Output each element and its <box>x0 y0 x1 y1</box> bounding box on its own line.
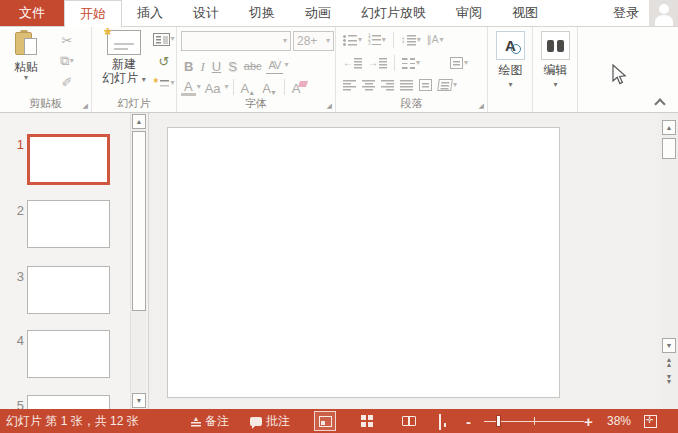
canvas-scrollbar[interactable]: ▲ ▼ ▲▲ ▼▼ <box>660 113 678 409</box>
line-spacing-icon <box>407 35 416 46</box>
tab-slideshow[interactable]: 幻灯片放映 <box>346 0 441 26</box>
columns-button[interactable]: ▾ <box>400 57 422 70</box>
ribbon-tab-bar: 文件 开始 插入 设计 切换 动画 幻灯片放映 审阅 视图 登录 <box>0 0 678 27</box>
line-spacing-button[interactable]: ↕▾ <box>399 34 423 47</box>
tab-view[interactable]: 视图 <box>497 0 553 26</box>
increase-indent-button[interactable]: → <box>366 57 389 70</box>
text-direction-button[interactable]: ∥A▾ <box>425 34 446 46</box>
italic-button[interactable]: I <box>197 56 207 74</box>
comments-button[interactable]: 批注 <box>250 409 290 433</box>
align-right-button[interactable] <box>379 79 396 92</box>
character-spacing-caret[interactable]: ▾ <box>284 61 288 69</box>
cut-button[interactable]: ✂ <box>50 31 84 49</box>
clipboard-dialog-launcher[interactable]: ◢ <box>83 102 88 109</box>
paste-clipboard-icon <box>15 30 37 57</box>
increase-font-size-button[interactable]: A▲ <box>238 78 259 96</box>
zoom-in-button[interactable]: + <box>584 409 593 433</box>
tab-home[interactable]: 开始 <box>64 0 122 27</box>
font-name-combobox[interactable]: ▾ <box>181 31 291 51</box>
distribute-text-button[interactable] <box>417 78 434 92</box>
section-button[interactable]: ▾ <box>153 74 174 92</box>
character-spacing-button[interactable]: AV <box>266 56 284 74</box>
font-size-combobox[interactable]: 28+▾ <box>293 31 334 51</box>
status-slide-indicator: 幻灯片 第 1 张，共 12 张 <box>6 409 139 433</box>
tab-insert[interactable]: 插入 <box>122 0 178 26</box>
slide-thumbnail-5[interactable] <box>27 395 110 409</box>
strikethrough-button[interactable]: abc <box>241 56 265 74</box>
collapse-ribbon-button[interactable] <box>655 97 664 106</box>
user-avatar-icon[interactable] <box>649 0 678 26</box>
columns-icon <box>402 58 415 69</box>
decrease-indent-button[interactable]: ← <box>341 57 364 70</box>
change-case-caret[interactable]: ▾ <box>225 83 229 91</box>
scroll-down-button[interactable]: ▼ <box>132 393 146 408</box>
font-dialog-launcher[interactable]: ◢ <box>327 102 332 109</box>
new-slide-caret[interactable]: ▾ <box>142 75 146 84</box>
zoom-out-button[interactable]: - <box>466 409 471 433</box>
editing-group: 编辑 ▾ <box>533 27 578 112</box>
slide-canvas[interactable] <box>167 127 560 398</box>
section-icon <box>153 77 170 89</box>
reset-slide-button[interactable]: ↺ <box>159 52 170 70</box>
scrollbar-thumb[interactable] <box>662 138 676 159</box>
slide-editing-area <box>149 113 660 409</box>
decrease-font-size-button[interactable]: A▼ <box>259 78 280 96</box>
justify-button[interactable] <box>398 79 415 92</box>
paste-dropdown-caret[interactable]: ▾ <box>24 74 28 82</box>
font-group: ▾ 28+▾ B I U S abc AV ▾ A ▾ Aa ▾ A▲ A▼ A… <box>177 27 336 112</box>
format-painter-button[interactable]: ✐ <box>50 73 84 91</box>
align-center-button[interactable] <box>360 79 377 92</box>
underline-button[interactable]: U <box>209 56 224 74</box>
tab-animations[interactable]: 动画 <box>290 0 346 26</box>
scroll-up-button[interactable]: ▲ <box>662 120 676 135</box>
slideshow-button[interactable] <box>434 411 456 431</box>
zoom-slider[interactable] <box>484 409 584 433</box>
bullets-button[interactable]: ▾ <box>341 34 364 47</box>
reading-view-button[interactable] <box>398 411 420 431</box>
slide-thumbnail-4[interactable] <box>27 330 110 378</box>
zoom-percentage[interactable]: 38% <box>602 409 636 433</box>
font-color-caret[interactable]: ▾ <box>197 83 201 91</box>
scroll-up-button[interactable]: ▲ <box>132 114 146 129</box>
new-slide-button[interactable]: * 新建 幻灯片 ▾ <box>98 30 150 85</box>
thumbnails-scrollbar[interactable]: ▲ ▼ <box>130 113 146 409</box>
drawing-button[interactable]: A 绘图 ▾ <box>493 31 528 89</box>
change-case-button[interactable]: Aa <box>202 78 224 96</box>
tab-transitions[interactable]: 切换 <box>234 0 290 26</box>
slide-number: 1 <box>10 137 24 152</box>
slide-thumbnail-1[interactable] <box>27 134 110 185</box>
editing-caret[interactable]: ▾ <box>553 81 557 89</box>
copy-button[interactable]: ⧉▾ <box>50 52 84 70</box>
sign-in-link[interactable]: 登录 <box>603 4 649 22</box>
normal-view-button[interactable] <box>314 411 336 431</box>
clear-formatting-button[interactable]: A <box>289 78 304 96</box>
drawing-group: A 绘图 ▾ <box>488 27 533 112</box>
slide-thumbnail-3[interactable] <box>27 266 110 314</box>
editing-button[interactable]: 编辑 ▾ <box>538 31 573 89</box>
zoom-slider-thumb[interactable] <box>496 415 501 427</box>
numbering-button[interactable]: 123▾ <box>366 33 388 46</box>
scroll-down-button[interactable]: ▼ <box>662 338 676 353</box>
paragraph-dialog-launcher[interactable]: ◢ <box>479 102 484 109</box>
previous-slide-button[interactable]: ▲▲ <box>663 358 675 367</box>
tab-review[interactable]: 审阅 <box>441 0 497 26</box>
drawing-caret[interactable]: ▾ <box>508 81 512 89</box>
slide-thumbnail-2[interactable] <box>27 200 110 248</box>
ribbon-home: 粘贴 ▾ ✂ ⧉▾ ✐ 剪贴板 ◢ * 新建 幻灯片 ▾ ▾ ↺ ▾ 幻灯片 ▾ <box>0 27 678 113</box>
text-shadow-button[interactable]: S <box>225 56 240 74</box>
binoculars-icon <box>547 40 564 52</box>
scrollbar-thumb[interactable] <box>132 131 146 311</box>
paste-button[interactable]: 粘贴 ▾ <box>7 30 45 82</box>
next-slide-button[interactable]: ▼▼ <box>663 375 675 384</box>
fit-slide-to-window-button[interactable] <box>644 409 657 433</box>
tab-file[interactable]: 文件 <box>0 0 64 26</box>
bold-button[interactable]: B <box>181 56 196 74</box>
align-text-button[interactable]: ▾ <box>448 56 470 70</box>
notes-button[interactable]: ▲ 备注 <box>191 409 229 433</box>
font-color-button[interactable]: A <box>181 78 196 96</box>
convert-smartart-button[interactable]: ▾ <box>436 78 459 92</box>
align-left-button[interactable] <box>341 79 358 92</box>
layout-button[interactable]: ▾ <box>153 30 174 48</box>
tab-design[interactable]: 设计 <box>178 0 234 26</box>
slide-sorter-button[interactable] <box>356 411 378 431</box>
